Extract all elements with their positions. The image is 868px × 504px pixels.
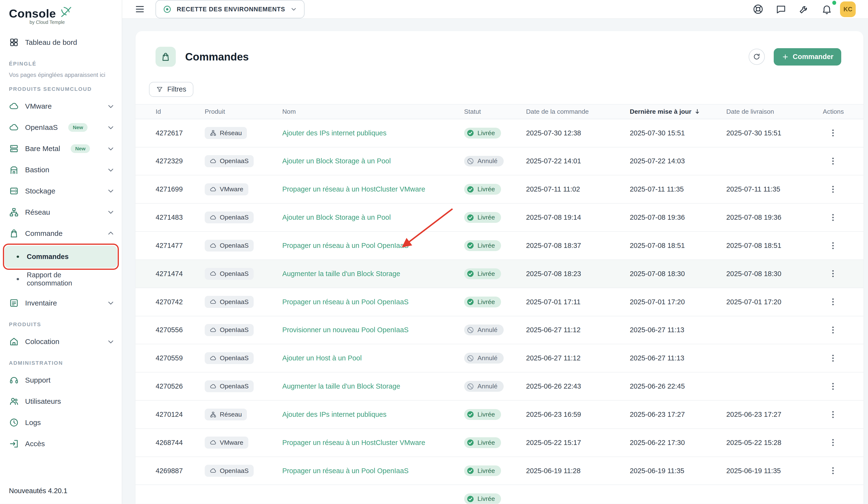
whats-new-link[interactable]: Nouveautés 4.20.1: [0, 479, 122, 504]
status-badge: Annulé: [464, 381, 504, 392]
chevron-down-icon: [106, 123, 115, 132]
sort-desc-icon: [694, 108, 701, 115]
product-badge: OpenIaaS: [205, 324, 254, 336]
cell-derniere-maj: 2025-06-22 17:30: [630, 439, 726, 447]
nav-secnumcloud: VMwareOpenIaaSNewBare MetalNewBastionSto…: [0, 96, 122, 314]
cell-date-commande: 2025-07-11 11:02: [526, 185, 630, 193]
row-actions-button[interactable]: [826, 435, 840, 450]
sidebar-subitem-commandes[interactable]: Commandes: [4, 246, 117, 268]
slash-circle-icon: [467, 355, 474, 362]
table-row[interactable]: 4270556OpenIaaSProvisionner un nouveau P…: [135, 316, 864, 345]
table-row[interactable]: 4270742OpenIaaSPropager un réseau à un P…: [135, 288, 864, 316]
row-actions-button[interactable]: [826, 295, 840, 309]
bag-icon: [161, 52, 171, 62]
sidebar-item-logs[interactable]: Logs: [0, 412, 122, 433]
tools-icon[interactable]: [798, 3, 809, 15]
order-link[interactable]: Propager un réseau à un Pool OpenIaaS: [282, 242, 409, 249]
column-header-derniere-mise-a-jour[interactable]: Dernière mise à jour: [630, 108, 726, 115]
column-header-id[interactable]: Id: [155, 108, 205, 115]
order-link[interactable]: Ajouter des IPs internet publiques: [282, 129, 386, 137]
column-header-actions[interactable]: Actions: [823, 108, 844, 115]
row-actions-button[interactable]: [826, 182, 840, 197]
row-actions-button[interactable]: [826, 323, 840, 337]
table-row-partial: Livrée: [135, 485, 864, 504]
order-link[interactable]: Ajouter un Block Storage à un Pool: [282, 213, 391, 221]
row-actions-button[interactable]: [826, 407, 840, 422]
lifebuoy-icon[interactable]: [753, 3, 764, 15]
table-row[interactable]: 4269887OpenIaaSPropager un réseau à un P…: [135, 457, 864, 485]
bell-icon[interactable]: [821, 3, 832, 15]
table-row[interactable]: 4270526OpenIaaSAugmenter la taille d'un …: [135, 372, 864, 401]
status-badge: Livrée: [464, 493, 501, 504]
order-link[interactable]: Augmenter la taille d'un Block Storage: [282, 382, 400, 390]
row-actions-button[interactable]: [826, 463, 840, 478]
order-link[interactable]: Propager un réseau à un HostCluster VMwa…: [282, 439, 425, 447]
kebab-icon: [828, 184, 838, 195]
table-row[interactable]: 4271699VMwarePropager un réseau à un Hos…: [135, 175, 864, 203]
column-header-date-de-livraison[interactable]: Date de livraison: [726, 108, 823, 115]
subnav: CommandesRapport de consommation: [0, 244, 122, 293]
row-actions-button[interactable]: [826, 154, 840, 168]
sidebar-item-commande[interactable]: Commande: [0, 223, 122, 244]
cell-derniere-maj: 2025-06-26 22:45: [630, 382, 726, 390]
order-link[interactable]: Ajouter des IPs internet publiques: [282, 410, 386, 418]
menu-icon[interactable]: [135, 4, 145, 14]
column-header-date-de-la-commande[interactable]: Date de la commande: [526, 108, 630, 115]
sidebar-item-support[interactable]: Support: [0, 370, 122, 391]
table-row[interactable]: 4270124RéseauAjouter des IPs internet pu…: [135, 401, 864, 429]
product-badge: OpenIaaS: [205, 352, 254, 364]
order-link[interactable]: Augmenter la taille d'un Block Storage: [282, 270, 400, 277]
kebab-icon: [828, 325, 838, 335]
row-actions-button[interactable]: [826, 379, 840, 393]
sidebar-item-vmware[interactable]: VMware: [0, 96, 122, 117]
order-link[interactable]: Propager un réseau à un Pool OpenIaaS: [282, 298, 409, 306]
row-actions-button[interactable]: [826, 126, 840, 140]
sidebar-item-inventaire[interactable]: Inventaire: [0, 293, 122, 314]
order-link[interactable]: Propager un réseau à un HostCluster VMwa…: [282, 185, 425, 193]
sidebar-item-colocation[interactable]: Colocation: [0, 331, 122, 352]
cell-id: 4272329: [155, 157, 205, 165]
table-row[interactable]: 4271477OpenIaaSPropager un réseau à un P…: [135, 232, 864, 260]
sidebar-item-stockage[interactable]: Stockage: [0, 180, 122, 202]
sidebar-item-openiaas[interactable]: OpenIaaSNew: [0, 117, 122, 138]
row-actions-button[interactable]: [826, 210, 840, 225]
product-badge: OpenIaaS: [205, 268, 254, 280]
sidebar-item-tableau-de-bord[interactable]: Tableau de bord: [0, 32, 122, 53]
sidebar-item-bastion[interactable]: Bastion: [0, 159, 122, 180]
check-circle-icon: [467, 270, 474, 277]
column-header-nom[interactable]: Nom: [282, 108, 464, 115]
row-actions-button[interactable]: [826, 351, 840, 366]
table-row[interactable]: 4272617RéseauAjouter des IPs internet pu…: [135, 119, 864, 147]
order-link[interactable]: Ajouter un Host à un Pool: [282, 354, 362, 362]
order-link[interactable]: Propager un réseau à un Pool OpenIaaS: [282, 467, 409, 475]
table-row[interactable]: 4268744VMwarePropager un réseau à un Hos…: [135, 429, 864, 457]
table-row[interactable]: 4271483OpenIaaSAjouter un Block Storage …: [135, 203, 864, 232]
filters-button[interactable]: Filtres: [149, 82, 193, 97]
column-header-statut[interactable]: Statut: [464, 108, 526, 115]
sidebar-item-bare-metal[interactable]: Bare MetalNew: [0, 138, 122, 159]
sidebar-item-acces[interactable]: Accès: [0, 433, 122, 454]
row-actions-button[interactable]: [826, 238, 840, 253]
user-avatar[interactable]: KC: [840, 1, 856, 17]
cell-id: 4270526: [155, 382, 205, 390]
table-row[interactable]: 4270559OpenIaaSAjouter un Host à un Pool…: [135, 344, 864, 372]
column-header-produit[interactable]: Produit: [205, 108, 282, 115]
sidebar-item-utilisateurs[interactable]: Utilisateurs: [0, 391, 122, 412]
order-link[interactable]: Provisionner un nouveau Pool OpenIaaS: [282, 326, 409, 334]
chat-icon[interactable]: [775, 3, 786, 15]
commander-button[interactable]: Commander: [774, 48, 841, 65]
sidebar-item-label: OpenIaaS: [25, 123, 58, 132]
sidebar-item-reseau[interactable]: Réseau: [0, 202, 122, 223]
cell-date-livraison: 2025-07-11 11:35: [726, 185, 823, 193]
table-row[interactable]: 4271474OpenIaaSAugmenter la taille d'un …: [135, 260, 864, 288]
logo[interactable]: Console by Cloud Temple: [0, 0, 122, 25]
chevron-down-icon: [106, 208, 115, 216]
sidebar-subitem-rapport-de-consommation[interactable]: Rapport de consommation: [4, 269, 117, 290]
environment-selector[interactable]: RECETTE DES ENVIRONNEMENTS: [155, 0, 304, 18]
refresh-button[interactable]: [749, 49, 765, 65]
row-actions-button[interactable]: [826, 266, 840, 281]
commander-button-label: Commander: [793, 53, 834, 61]
table-row[interactable]: 4272329OpenIaaSAjouter un Block Storage …: [135, 147, 864, 176]
cell-date-livraison: 2025-07-01 17:20: [726, 298, 823, 306]
order-link[interactable]: Ajouter un Block Storage à un Pool: [282, 157, 391, 165]
